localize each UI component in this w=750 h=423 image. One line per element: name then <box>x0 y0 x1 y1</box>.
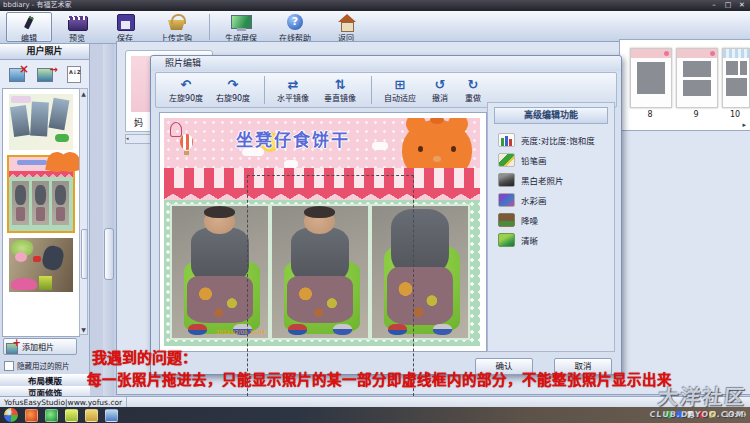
export-photo-icon[interactable] <box>36 64 56 83</box>
rotate-left-icon: ↶ <box>164 78 208 92</box>
edit-button-label: 编辑 <box>21 34 37 43</box>
close-button[interactable]: ✕ <box>737 0 747 11</box>
back-button[interactable]: 返回 <box>323 12 369 42</box>
dialog-toolbar-separator <box>264 76 265 104</box>
scrollbar-thumb[interactable] <box>81 229 88 279</box>
rotate-left-button[interactable]: ↶ 左旋90度 <box>164 78 208 103</box>
baby-photo-2[interactable] <box>272 206 368 338</box>
make-screensaver-button[interactable]: 生成屏保 <box>215 12 267 42</box>
page-thumbnail-10[interactable] <box>722 48 750 108</box>
online-help-globe-icon <box>283 14 307 31</box>
delete-photo-icon[interactable] <box>8 64 28 83</box>
preview-button-label: 预览 <box>69 34 85 43</box>
denoise-icon <box>498 213 515 227</box>
page-thumbnail-8[interactable] <box>630 48 672 108</box>
save-floppy-icon <box>113 14 137 31</box>
page-thumbnail-9[interactable] <box>676 48 718 108</box>
preview-button[interactable]: 预览 <box>54 12 100 42</box>
rotate-right-button[interactable]: ↷ 右旋90度 <box>211 78 255 103</box>
add-photo-icon <box>6 341 20 353</box>
taskbar-app-icon[interactable] <box>45 409 58 422</box>
mirror-horizontal-button[interactable]: ⇄ 水平镜像 <box>271 78 315 103</box>
album-page[interactable]: 坐凳仔食饼干 2012/02/08 10:04 <box>164 118 480 346</box>
levels-bars-icon <box>498 133 515 147</box>
photo-thumbnail-selected-page[interactable] <box>7 155 75 233</box>
watercolor-item[interactable]: 水彩画 <box>488 190 614 210</box>
advanced-panel-header: 高级编辑功能 <box>494 107 608 124</box>
strip-scroll-icon[interactable]: ▸ <box>742 121 746 129</box>
watercolor-label: 水彩画 <box>521 194 547 206</box>
baby-photo-3[interactable] <box>372 206 468 338</box>
hide-used-label: 隐藏用过的照片 <box>17 360 70 371</box>
redo-icon: ↻ <box>458 78 488 92</box>
pencil-sketch-item[interactable]: 铅笔画 <box>488 150 614 170</box>
minimize-button[interactable]: – <box>709 0 719 11</box>
window-title: bbdiary - 有福艺术家 <box>0 0 750 11</box>
auto-fit-button[interactable]: ⊞ 自动适应 <box>378 78 422 103</box>
sidebar-splitter[interactable] <box>103 44 114 396</box>
scroll-up-icon[interactable]: ▲ <box>80 90 87 97</box>
watercolor-icon <box>498 193 515 207</box>
upload-order-button[interactable]: 上传定购 <box>150 12 202 42</box>
scroll-down-icon[interactable]: ▼ <box>80 326 87 333</box>
edit-button[interactable]: 编辑 <box>6 12 52 42</box>
taskbar-app-icon[interactable] <box>65 409 78 422</box>
baby-photo-1[interactable]: 2012/02/08 10:04 <box>172 206 268 338</box>
watermark-url: CLUB.DAYOO.COM <box>649 410 745 419</box>
sidebar-tool-row <box>0 60 89 86</box>
undo-button[interactable]: ↺ 撤消 <box>425 78 455 103</box>
hide-used-row[interactable]: 隐藏用过的照片 <box>4 360 70 371</box>
photo-timestamp: 2012/02/08 10:04 <box>216 329 265 335</box>
page-number: 8 <box>630 110 670 119</box>
dialog-toolbar-separator <box>371 76 372 104</box>
cloud-icon <box>284 160 298 168</box>
add-photo-button[interactable]: 添加相片 <box>3 338 77 355</box>
auto-fit-icon: ⊞ <box>378 78 422 92</box>
app-window: bbdiary - 有福艺术家 – □ ✕ 编辑 预览 保存 上传定购 生成屏保 <box>0 0 750 423</box>
sidebar-header: 用户照片 <box>0 44 89 60</box>
upload-order-basket-icon <box>164 14 188 31</box>
photo-thumbnail-collage[interactable] <box>9 94 73 150</box>
photo-list-scrollbar[interactable]: ▲ ▼ <box>79 88 88 335</box>
save-button[interactable]: 保存 <box>102 12 148 42</box>
preview-film-icon <box>65 14 89 31</box>
mirror-vertical-button[interactable]: ⇅ 垂直镜像 <box>318 78 362 103</box>
mirror-vertical-label: 垂直镜像 <box>324 94 356 103</box>
sort-photos-icon[interactable] <box>64 64 84 83</box>
mirror-horizontal-icon: ⇄ <box>271 78 315 92</box>
bw-old-photo-item[interactable]: 黑白老照片 <box>488 170 614 190</box>
photo-thumbnail-bath[interactable] <box>9 238 73 292</box>
start-button[interactable] <box>3 407 19 423</box>
brightness-contrast-item[interactable]: 亮度:对比度:饱和度 <box>488 130 614 150</box>
taskbar-app-icon[interactable] <box>105 409 118 422</box>
birdcage-icon <box>170 122 182 137</box>
undo-icon: ↺ <box>425 78 455 92</box>
taskbar-app-icon[interactable] <box>25 409 38 422</box>
page-number: 9 <box>676 110 716 119</box>
edit-canvas[interactable]: 坐凳仔食饼干 2012/02/08 10:04 <box>159 112 487 352</box>
online-help-button[interactable]: 在线帮助 <box>269 12 321 42</box>
page-title: 坐凳仔食饼干 <box>236 126 406 151</box>
denoise-item[interactable]: 降噪 <box>488 210 614 230</box>
toolbar-separator <box>209 14 210 40</box>
sharpen-item[interactable]: 清晰 <box>488 230 614 250</box>
annotation-line1: 我遇到的问题： <box>92 346 197 367</box>
rotate-right-icon: ↷ <box>211 78 255 92</box>
sharpen-icon <box>498 233 515 247</box>
redo-button[interactable]: ↻ 重做 <box>458 78 488 103</box>
brightness-contrast-label: 亮度:对比度:饱和度 <box>521 134 595 146</box>
page-number: 10 <box>715 110 750 119</box>
taskbar-app-icon[interactable] <box>85 409 98 422</box>
bw-old-photo-icon <box>498 173 515 187</box>
hide-used-checkbox[interactable] <box>4 361 14 371</box>
back-home-icon <box>334 14 358 31</box>
splitter-handle[interactable] <box>104 228 114 280</box>
maximize-button[interactable]: □ <box>723 0 733 11</box>
photo-edit-dialog: 照片编辑 ↶ 左旋90度 ↷ 右旋90度 ⇄ 水平镜像 ⇅ 垂直镜像 ⊞ 自 <box>150 55 622 375</box>
redo-label: 重做 <box>465 94 481 103</box>
edit-pencil-icon <box>17 14 41 31</box>
pencil-sketch-label: 铅笔画 <box>521 154 547 166</box>
sharpen-label: 清晰 <box>521 234 538 246</box>
dialog-title: 照片编辑 <box>151 56 621 71</box>
photo-frame-strip: 2012/02/08 10:04 <box>164 200 480 346</box>
